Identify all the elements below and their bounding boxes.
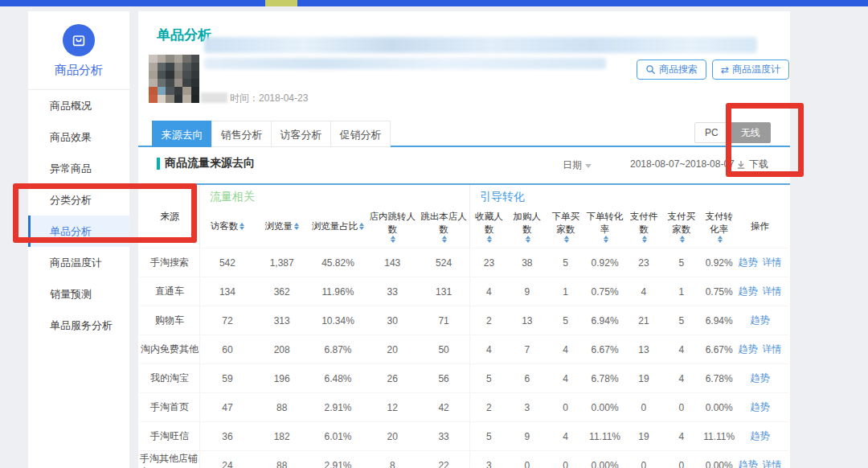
- cell-value: 0: [547, 460, 585, 468]
- product-subtitle-blurred: [204, 58, 606, 69]
- mosaic-pixel: [191, 63, 200, 71]
- cell-value: 72: [200, 315, 255, 326]
- tab-3[interactable]: 促销分析: [330, 121, 391, 147]
- cell-value: 4: [625, 286, 663, 298]
- cell-value: 0.92%: [585, 257, 625, 269]
- product-thermometer-button[interactable]: ⇄ 商品温度计: [712, 60, 789, 80]
- table-header: 来源 流量相关 访客数浏览量浏览量占比店内跳转人数跳出本店人数 引导转化 收藏人…: [140, 185, 788, 248]
- cell-value: 1,387: [255, 257, 309, 269]
- row-source-label: 直通车: [140, 277, 199, 306]
- mosaic-pixel: [191, 79, 200, 87]
- column-header-traffic-2[interactable]: 浏览量占比: [309, 206, 367, 248]
- cell-value: 4: [547, 344, 585, 355]
- sidebar-item-0[interactable]: 商品概况: [28, 90, 129, 121]
- mosaic-pixel: [182, 55, 191, 63]
- trend-link[interactable]: 趋势: [751, 429, 770, 443]
- cell-value: 42: [418, 402, 469, 413]
- cell-value: 22: [418, 460, 469, 468]
- trend-link[interactable]: 趋势: [739, 343, 758, 356]
- sidebar-item-5[interactable]: 商品温度计: [28, 247, 129, 278]
- mosaic-pixel: [149, 63, 158, 71]
- sidebar-item-4[interactable]: 单品分析: [28, 216, 129, 247]
- sidebar-title: 商品分析: [28, 63, 129, 78]
- mosaic-pixel: [174, 55, 183, 63]
- mosaic-pixel: [191, 87, 200, 95]
- mosaic-pixel: [174, 87, 183, 95]
- cell-value: 21: [625, 315, 663, 326]
- mosaic-pixel: [191, 71, 200, 79]
- mosaic-pixel: [149, 71, 158, 79]
- cell-value: 71: [418, 315, 469, 326]
- sort-arrows-icon: [526, 236, 530, 243]
- cell-value: 56: [418, 373, 469, 384]
- cell-value: 3: [470, 460, 508, 468]
- cell-value: 1: [662, 286, 700, 298]
- cell-value: 131: [418, 286, 469, 298]
- cell-value: 0.75%: [585, 286, 625, 298]
- table-body: 手淘搜索5421,38745.82%143524233850.92%2350.9…: [140, 248, 788, 468]
- column-header-label: 加购人数: [509, 211, 546, 236]
- mosaic-pixel: [149, 87, 158, 95]
- row-source-label: 手淘首页: [140, 393, 199, 421]
- column-header-conversion-0[interactable]: 收藏人数: [470, 206, 508, 248]
- cell-value: 11.11%: [700, 431, 738, 442]
- cell-value: 524: [418, 257, 469, 269]
- date-filter-dropdown[interactable]: 日期: [563, 158, 592, 172]
- mosaic-pixel: [182, 95, 191, 103]
- product-search-button[interactable]: 商品搜索: [637, 60, 706, 80]
- cell-value: 6.94%: [585, 315, 625, 326]
- cell-value: 12: [366, 402, 418, 413]
- trend-link[interactable]: 趋势: [739, 285, 758, 298]
- row-actions: 趋势: [738, 429, 782, 443]
- cell-value: 6.67%: [700, 344, 738, 355]
- column-header-traffic-0[interactable]: 访客数: [200, 206, 255, 248]
- column-header-conversion-3[interactable]: 下单转化率: [585, 206, 625, 248]
- row-actions: 趋势详情: [738, 285, 782, 298]
- column-header-label: 下单转化率: [586, 211, 624, 236]
- column-header-conversion-2[interactable]: 下单买家数: [547, 206, 585, 248]
- column-header-traffic-3[interactable]: 店内跳转人数: [366, 206, 418, 248]
- trend-link[interactable]: 趋势: [751, 314, 770, 327]
- tab-0[interactable]: 来源去向: [152, 121, 212, 147]
- mosaic-pixel: [182, 87, 191, 95]
- detail-link[interactable]: 详情: [763, 458, 782, 468]
- detail-link[interactable]: 详情: [763, 256, 782, 269]
- detail-link[interactable]: 详情: [763, 343, 782, 356]
- device-toggle-wireless[interactable]: 无线: [731, 122, 771, 143]
- product-time-label-blurred: [201, 92, 227, 103]
- mosaic-pixel: [191, 95, 200, 103]
- cell-value: 9: [508, 431, 547, 442]
- cell-value: 196: [255, 373, 309, 384]
- tab-2[interactable]: 访客分析: [271, 121, 331, 147]
- cell-value: 9: [508, 286, 547, 298]
- trend-link[interactable]: 趋势: [739, 256, 758, 269]
- cell-value: 6.87%: [309, 344, 367, 355]
- column-header-traffic-1[interactable]: 浏览量: [255, 206, 309, 248]
- device-toggle-pc[interactable]: PC: [694, 122, 729, 143]
- cell-value: 0: [625, 460, 663, 468]
- column-header-conversion-5[interactable]: 支付买家数: [662, 206, 700, 248]
- device-toggle: PC无线: [693, 122, 771, 143]
- cell-value: 2: [470, 315, 508, 326]
- cell-value: 2.91%: [309, 402, 367, 413]
- column-header-conversion-1[interactable]: 加购人数: [508, 206, 547, 248]
- column-header-conversion-6[interactable]: 支付转化率: [700, 206, 738, 248]
- cell-value: 5: [662, 315, 700, 326]
- analysis-tabs: 来源去向销售分析访客分析促销分析: [153, 121, 391, 147]
- top-bar-accent-strip: [265, 0, 297, 6]
- sort-arrows-icon: [359, 223, 364, 230]
- column-header-conversion-4[interactable]: 支付件数: [625, 206, 663, 248]
- trend-link[interactable]: 趋势: [751, 372, 770, 385]
- tab-1[interactable]: 销售分析: [211, 121, 272, 147]
- trend-link[interactable]: 趋势: [739, 458, 758, 468]
- sidebar-item-3[interactable]: 分类分析: [28, 184, 129, 216]
- sidebar-item-6[interactable]: 销量预测: [28, 278, 129, 310]
- detail-link[interactable]: 详情: [763, 285, 782, 298]
- sidebar-item-1[interactable]: 商品效果: [28, 121, 129, 153]
- download-button[interactable]: 下载: [736, 158, 768, 171]
- sidebar-item-2[interactable]: 异常商品: [28, 153, 129, 184]
- trend-link[interactable]: 趋势: [751, 400, 770, 414]
- cell-value: 313: [255, 315, 309, 326]
- column-header-traffic-4[interactable]: 跳出本店人数: [418, 206, 469, 248]
- sidebar-item-7[interactable]: 单品服务分析: [28, 310, 129, 341]
